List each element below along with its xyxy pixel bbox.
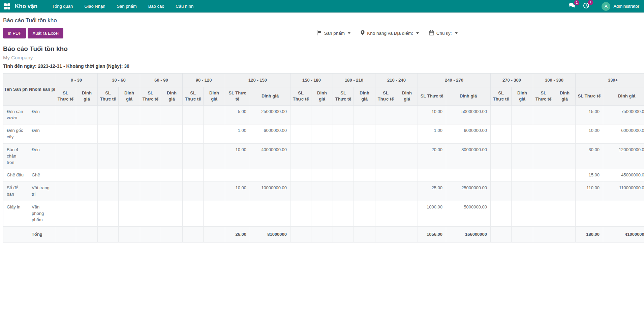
- value-cell: [204, 169, 225, 182]
- header-qty-210-240: SL Thực tế: [375, 87, 396, 105]
- total-value-cell: 166000000: [446, 226, 491, 243]
- value-cell: [512, 143, 533, 169]
- value-cell: [55, 105, 76, 124]
- total-value-cell: [140, 226, 161, 243]
- nav-item-san-pham[interactable]: Sản phẩm: [111, 0, 142, 12]
- total-value-cell: [76, 226, 98, 243]
- product-group-cell: Đèn: [28, 143, 55, 169]
- report-company: My Company: [3, 55, 641, 60]
- table-row: Sổ để bànVật trang trí10.0010000000.0025…: [3, 182, 644, 201]
- header-valuation-120-150: Định giá: [250, 87, 290, 105]
- value-cell: [603, 201, 644, 227]
- header-bucket-30-60: 30 - 60: [98, 74, 140, 87]
- value-cell: 60000000.00: [603, 124, 644, 144]
- total-value-cell: [119, 226, 140, 243]
- apps-menu-icon[interactable]: [4, 3, 11, 9]
- header-bucket-330+: 330+: [576, 74, 644, 87]
- value-cell: [354, 124, 375, 144]
- value-cell: [55, 143, 76, 169]
- total-value-cell: [491, 226, 512, 243]
- value-cell: [418, 169, 446, 182]
- total-value-cell: [512, 226, 533, 243]
- filter-bar: Sản phẩm Kho hàng và Địa điểm:: [316, 30, 458, 36]
- filter-products-dropdown[interactable]: Sản phẩm: [316, 30, 351, 36]
- value-cell: 80000000.00: [446, 143, 491, 169]
- header-valuation-0-30: Định giá: [76, 87, 98, 105]
- value-cell: [183, 169, 204, 182]
- value-cell: [491, 143, 512, 169]
- value-cell: [375, 169, 396, 182]
- header-bucket-90-120: 90 - 120: [183, 74, 225, 87]
- print-pdf-button[interactable]: In PDF: [3, 28, 26, 38]
- header-qty-270-300: SL Thực tế: [491, 87, 512, 105]
- value-cell: [333, 124, 354, 144]
- export-excel-button[interactable]: Xuất ra Excel: [28, 28, 63, 38]
- total-value-cell: 26.00: [225, 226, 250, 243]
- nav-item-tong-quan[interactable]: Tổng quan: [46, 0, 79, 12]
- map-marker-icon: [361, 30, 365, 36]
- value-cell: 5.00: [225, 105, 250, 124]
- value-cell: [76, 201, 98, 227]
- app-name[interactable]: Kho vận: [15, 3, 37, 10]
- user-name: Administrator: [613, 4, 639, 9]
- header-qty-300-330: SL Thực tế: [533, 87, 554, 105]
- value-cell: [491, 105, 512, 124]
- value-cell: 5000000.00: [446, 201, 491, 227]
- value-cell: [250, 169, 290, 182]
- value-cell: [333, 201, 354, 227]
- value-cell: [98, 124, 119, 144]
- value-cell: [311, 169, 333, 182]
- total-value-cell: 81000000: [250, 226, 290, 243]
- value-cell: 25.00: [418, 182, 446, 201]
- activities-button[interactable]: 1: [583, 2, 589, 10]
- value-cell: [576, 201, 603, 227]
- header-bucket-60-90: 60 - 90: [140, 74, 183, 87]
- filter-label: Sản phẩm: [324, 31, 345, 36]
- value-cell: [396, 124, 418, 144]
- value-cell: 20.00: [418, 143, 446, 169]
- user-menu[interactable]: A Administrator: [602, 2, 639, 11]
- total-value-cell: 1056.00: [418, 226, 446, 243]
- nav-item-giao-nhan[interactable]: Giao Nhận: [79, 0, 111, 12]
- value-cell: [354, 169, 375, 182]
- filter-warehouse-location-dropdown[interactable]: Kho hàng và Địa điểm:: [361, 30, 419, 36]
- product-group-cell: Đèn: [28, 124, 55, 144]
- messages-button[interactable]: 1: [569, 3, 576, 10]
- value-cell: [491, 169, 512, 182]
- value-cell: [55, 201, 76, 227]
- value-cell: [512, 124, 533, 144]
- header-bucket-270-300: 270 - 300: [491, 74, 533, 87]
- header-qty-240-270: SL Thực tế: [418, 87, 446, 105]
- total-row: Tổng26.00810000001056.00166000000180.004…: [3, 226, 644, 243]
- value-cell: [554, 169, 576, 182]
- value-cell: [491, 201, 512, 227]
- value-cell: [204, 105, 225, 124]
- header-bucket-210-240: 210 - 240: [375, 74, 418, 87]
- header-bucket-300-330: 300 - 330: [533, 74, 576, 87]
- total-value-cell: [98, 226, 119, 243]
- header-valuation-330+: Định giá: [603, 87, 644, 105]
- value-cell: [290, 169, 311, 182]
- header-bucket-0-30: 0 - 30: [55, 74, 98, 87]
- nav-item-bao-cao[interactable]: Báo cáo: [143, 0, 170, 12]
- header-qty-0-30: SL Thực tế: [55, 87, 76, 105]
- header-product-column: Tên Sản phẩm: [3, 74, 28, 106]
- value-cell: [98, 143, 119, 169]
- chevron-down-icon: [348, 32, 350, 34]
- value-cell: [354, 105, 375, 124]
- nav-item-cau-hinh[interactable]: Cấu hình: [170, 0, 199, 12]
- total-value-cell: 180.00: [576, 226, 603, 243]
- value-cell: [98, 105, 119, 124]
- header-group-column: Nhóm sản phẩm: [28, 74, 55, 106]
- value-cell: [375, 201, 396, 227]
- total-empty-cell: [3, 226, 28, 243]
- value-cell: [354, 143, 375, 169]
- value-cell: [76, 182, 98, 201]
- header-valuation-210-240: Định giá: [396, 87, 418, 105]
- total-value-cell: [333, 226, 354, 243]
- value-cell: [290, 124, 311, 144]
- value-cell: [119, 182, 140, 201]
- value-cell: [76, 143, 98, 169]
- header-qty-30-60: SL Thực tế: [98, 87, 119, 105]
- filter-period-dropdown[interactable]: Chu kỳ:: [429, 30, 458, 36]
